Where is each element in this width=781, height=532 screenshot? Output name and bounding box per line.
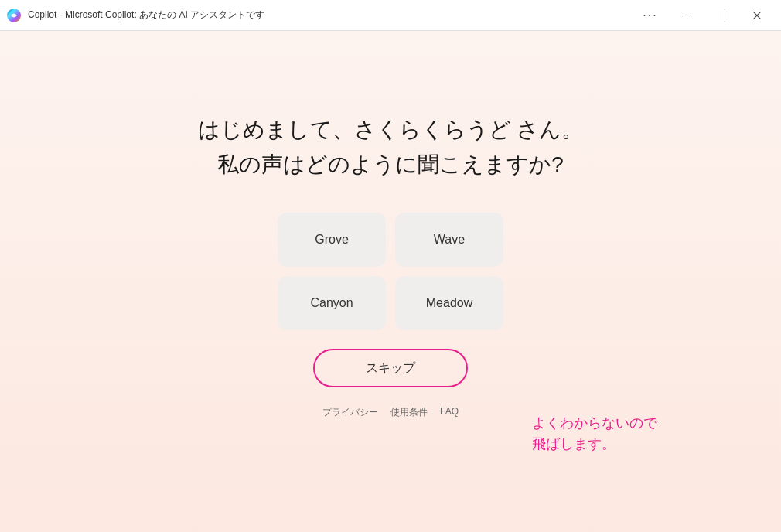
voice-option-meadow[interactable]: Meadow bbox=[395, 276, 503, 330]
titlebar: Copilot - Microsoft Copilot: あなたの AI アシス… bbox=[0, 0, 781, 31]
voice-option-canyon[interactable]: Canyon bbox=[278, 276, 386, 330]
window-title: Copilot - Microsoft Copilot: あなたの AI アシス… bbox=[28, 9, 633, 22]
copilot-icon bbox=[6, 8, 22, 23]
svg-rect-1 bbox=[682, 15, 690, 15]
heading-line2: 私の声はどのように聞こえますか? bbox=[198, 148, 584, 182]
annotation-line2: 飛ばします。 bbox=[532, 434, 657, 455]
minimize-button[interactable] bbox=[668, 3, 704, 28]
menu-button[interactable]: ··· bbox=[633, 3, 668, 28]
faq-link[interactable]: FAQ bbox=[440, 406, 459, 419]
voice-options-grid: Grove Wave Canyon Meadow bbox=[278, 213, 503, 330]
main-content: はじめまして、さくらくらうど さん。 私の声はどのように聞こえますか? Grov… bbox=[0, 31, 781, 532]
heading-line1: はじめまして、さくらくらうど さん。 bbox=[198, 113, 584, 148]
privacy-link[interactable]: プライバシー bbox=[322, 406, 378, 419]
svg-rect-2 bbox=[718, 12, 725, 19]
voice-option-grove[interactable]: Grove bbox=[278, 213, 386, 267]
skip-button[interactable]: スキップ bbox=[313, 349, 468, 387]
skip-annotation: よくわからないので 飛ばします。 bbox=[532, 413, 657, 455]
voice-option-wave[interactable]: Wave bbox=[395, 213, 503, 267]
terms-link[interactable]: 使用条件 bbox=[390, 406, 428, 419]
greeting-heading: はじめまして、さくらくらうど さん。 私の声はどのように聞こえますか? bbox=[198, 113, 584, 182]
annotation-line1: よくわからないので bbox=[532, 413, 657, 434]
close-button[interactable] bbox=[739, 3, 775, 28]
maximize-button[interactable] bbox=[704, 3, 739, 28]
footer-links: プライバシー 使用条件 FAQ bbox=[322, 406, 459, 419]
